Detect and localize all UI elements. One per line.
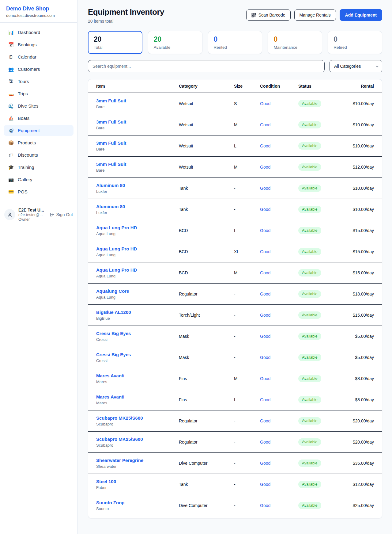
item-link[interactable]: Scubapro MK25/S600 xyxy=(96,437,143,442)
sidebar-item-bookings[interactable]: 📅 Bookings xyxy=(4,39,74,50)
item-cell: Aqualung Core Aqua Lung xyxy=(96,288,179,299)
item-brand: Bare xyxy=(96,105,179,109)
condition-cell: Good xyxy=(260,101,298,106)
item-link[interactable]: Suunto Zoop xyxy=(96,500,124,505)
sidebar-item-dashboard[interactable]: 📊 Dashboard xyxy=(4,27,74,38)
item-link[interactable]: Aqua Lung Pro HD xyxy=(96,246,137,251)
item-link[interactable]: Mares Avanti xyxy=(96,394,124,399)
item-link[interactable]: Aluminum 80 xyxy=(96,183,125,188)
status-badge: Available xyxy=(298,396,321,403)
condition-link[interactable]: Good xyxy=(260,270,270,275)
add-equipment-button[interactable]: Add Equipment xyxy=(340,9,382,21)
stat-label: Maintenance xyxy=(273,45,316,50)
stat-value: 20 xyxy=(94,35,137,44)
sidebar-item-customers[interactable]: 👥 Customers xyxy=(4,64,74,74)
sidebar-item-trips[interactable]: 🚤 Trips xyxy=(4,88,74,99)
sidebar-item-label: Calendar xyxy=(18,54,36,59)
condition-link[interactable]: Good xyxy=(260,101,270,106)
item-link[interactable]: 3mm Full Suit xyxy=(96,98,126,103)
condition-link[interactable]: Good xyxy=(260,249,270,254)
search-input[interactable] xyxy=(88,60,325,72)
condition-link[interactable]: Good xyxy=(260,122,270,127)
condition-link[interactable]: Good xyxy=(260,143,270,148)
item-link[interactable]: Aluminum 80 xyxy=(96,204,125,209)
condition-link[interactable]: Good xyxy=(260,313,270,318)
condition-link[interactable]: Good xyxy=(260,376,270,381)
item-link[interactable]: Scubapro MK25/S600 xyxy=(96,415,143,421)
item-link[interactable]: Shearwater Peregrine xyxy=(96,458,143,463)
stat-rented[interactable]: 0 Rented xyxy=(208,31,262,54)
condition-link[interactable]: Good xyxy=(260,334,270,339)
item-link[interactable]: Cressi Big Eyes xyxy=(96,331,131,336)
sidebar-item-boats[interactable]: ⛵ Boats xyxy=(4,113,74,124)
item-link[interactable]: 3mm Full Suit xyxy=(96,140,126,146)
stat-available[interactable]: 20 Available xyxy=(148,31,202,54)
status-cell: Available xyxy=(298,396,337,403)
size-cell: - xyxy=(234,461,260,466)
speedboat-icon: 🚤 xyxy=(8,91,14,96)
condition-link[interactable]: Good xyxy=(260,292,270,296)
sidebar-item-label: Trips xyxy=(18,91,28,96)
sidebar-item-label: Dive Sites xyxy=(18,103,39,109)
condition-link[interactable]: Good xyxy=(260,482,270,487)
status-cell: Available xyxy=(298,142,337,150)
stat-retired[interactable]: 0 Retired xyxy=(328,31,382,54)
calendar-date-icon: 📅 xyxy=(8,42,14,47)
status-cell: Available xyxy=(298,121,337,128)
sidebar-item-label: Products xyxy=(18,140,36,145)
condition-link[interactable]: Good xyxy=(260,418,270,423)
col-category: Category xyxy=(179,84,234,89)
condition-link[interactable]: Good xyxy=(260,165,270,170)
item-brand: Cressi xyxy=(96,358,179,363)
sign-out-button[interactable]: Sign Out xyxy=(50,212,73,217)
scan-barcode-button[interactable]: Scan Barcode xyxy=(246,10,291,21)
item-link[interactable]: 3mm Full Suit xyxy=(96,119,126,124)
condition-cell: Good xyxy=(260,122,298,128)
condition-link[interactable]: Good xyxy=(260,461,270,466)
condition-link[interactable]: Good xyxy=(260,503,270,508)
stat-label: Retired xyxy=(334,45,376,50)
brand-block: Demo Dive Shop demo.test.divestreams.com xyxy=(0,0,77,23)
item-cell: Cressi Big Eyes Cressi xyxy=(96,352,179,363)
sidebar-item-training[interactable]: 🎓 Training xyxy=(4,162,74,173)
category-select[interactable]: All Categories xyxy=(330,60,382,72)
sidebar-item-calendar[interactable]: 🗓 Calendar xyxy=(4,51,74,62)
condition-link[interactable]: Good xyxy=(260,228,270,233)
item-cell: Aluminum 80 Luxfer xyxy=(96,183,179,194)
sidebar-item-pos[interactable]: 💳 POS xyxy=(4,186,74,197)
sidebar-item-tours[interactable]: 🏝 Tours xyxy=(4,76,74,87)
stat-value: 0 xyxy=(273,35,316,44)
item-link[interactable]: Aqualung Core xyxy=(96,288,129,294)
status-cell: Available xyxy=(298,248,337,255)
rental-cell: $15.00/day xyxy=(337,249,374,254)
condition-link[interactable]: Good xyxy=(260,397,270,402)
stat-maintenance[interactable]: 0 Maintenance xyxy=(268,31,322,54)
sidebar-item-products[interactable]: 📦 Products xyxy=(4,137,74,148)
category-cell: Fins xyxy=(179,397,234,402)
item-link[interactable]: Aqua Lung Pro HD xyxy=(96,267,137,273)
rental-cell: $15.00/day xyxy=(337,270,374,275)
stat-total[interactable]: 20 Total xyxy=(88,31,142,54)
barcode-scan-icon xyxy=(251,13,256,17)
item-link[interactable]: BigBlue AL1200 xyxy=(96,310,131,315)
condition-link[interactable]: Good xyxy=(260,355,270,360)
manage-rentals-button[interactable]: Manage Rentals xyxy=(294,10,336,21)
sidebar-item-dive-sites[interactable]: 🌊 Dive Sites xyxy=(4,101,74,111)
condition-cell: Good xyxy=(260,270,298,276)
condition-link[interactable]: Good xyxy=(260,440,270,444)
condition-cell: Good xyxy=(260,503,298,508)
item-link[interactable]: Cressi Big Eyes xyxy=(96,352,131,357)
sidebar-item-discounts[interactable]: 🏷 Discounts xyxy=(4,150,74,160)
item-link[interactable]: Steel 100 xyxy=(96,479,116,484)
sidebar-item-gallery[interactable]: 📷 Gallery xyxy=(4,174,74,185)
item-link[interactable]: Aqua Lung Pro HD xyxy=(96,225,137,230)
condition-link[interactable]: Good xyxy=(260,186,270,191)
condition-cell: Good xyxy=(260,418,298,424)
item-brand: Shearwater xyxy=(96,464,179,469)
item-link[interactable]: 5mm Full Suit xyxy=(96,162,126,167)
item-link[interactable]: Mares Avanti xyxy=(96,373,124,378)
status-cell: Available xyxy=(298,333,337,340)
category-cell: Regulator xyxy=(179,292,234,296)
condition-link[interactable]: Good xyxy=(260,207,270,212)
sidebar-item-equipment[interactable]: 🤿 Equipment xyxy=(4,125,74,136)
